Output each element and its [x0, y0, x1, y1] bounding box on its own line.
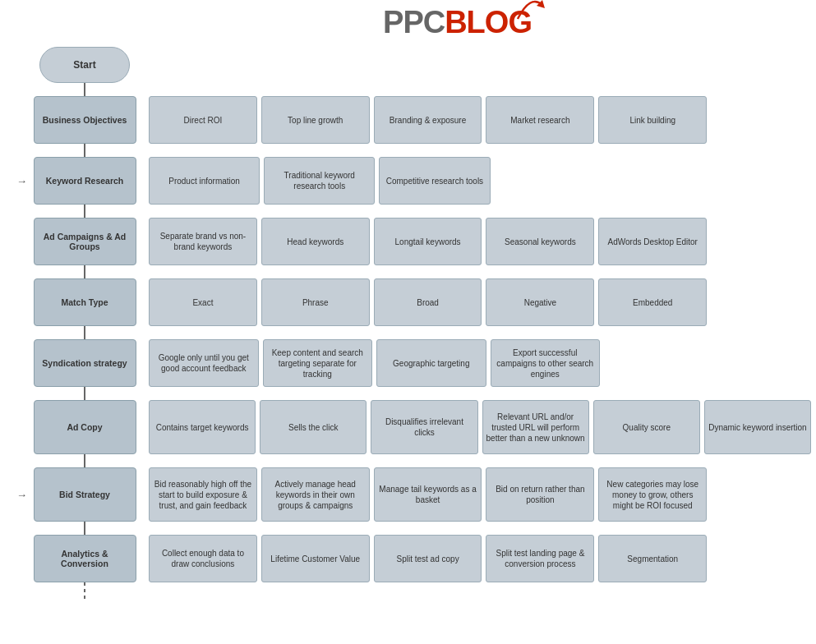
detail-r3-5: AdWords Desktop Editor: [598, 218, 707, 265]
ad-campaigns-box: Ad Campaigns & Ad Groups: [34, 218, 136, 265]
detail-r5-empty1: [604, 339, 706, 387]
detail-r6-4: Relevant URL and/or trusted URL will per…: [482, 400, 589, 454]
syndication-box: Syndication strategy: [34, 339, 136, 387]
detail-row-8: Collect enough data to draw conclusions …: [149, 535, 811, 582]
detail-r6-2: Sells the click: [260, 400, 367, 454]
detail-r4-2: Phrase: [261, 278, 370, 326]
arrow-8: [84, 522, 85, 535]
logo-area: PPCBLOG: [104, 5, 811, 40]
logo-ppc: PPC: [383, 5, 445, 39]
ad-copy-box: Ad Copy: [34, 400, 136, 454]
detail-r2-empty3: [708, 157, 811, 205]
detail-r8-4: Split test landing page & conversion pro…: [486, 535, 594, 582]
detail-r3-3: Longtail keywords: [374, 218, 482, 265]
detail-row-5: Google only until you get good account f…: [149, 339, 811, 387]
bid-side-arrow-icon: →: [16, 490, 27, 500]
detail-r8-5: Segmentation: [598, 535, 707, 582]
detail-row-1: Direct ROI Top line growth Branding & ex…: [149, 96, 811, 144]
detail-r8-1: Collect enough data to draw conclusions: [149, 535, 257, 582]
arrow-5: [84, 326, 85, 339]
detail-r4-1: Exact: [149, 278, 257, 326]
detail-r3-4: Seasonal keywords: [486, 218, 594, 265]
detail-row-3: Separate brand vs non-brand keywords Hea…: [149, 218, 811, 265]
spacer-arrow6: [149, 387, 811, 400]
detail-r5-2: Keep content and search targeting separa…: [263, 339, 373, 387]
detail-r5-4: Export successful campaigns to other sea…: [491, 339, 601, 387]
detail-r3-1: Separate brand vs non-brand keywords: [149, 218, 257, 265]
detail-row-6: Contains target keywords Sells the click…: [149, 400, 811, 454]
page-wrapper: PPCBLOG →: [0, 0, 816, 604]
spacer-arrow4: [149, 265, 811, 278]
detail-r7-5: New categories may lose money to grow, o…: [598, 467, 707, 522]
detail-r8-3: Split test ad copy: [374, 535, 482, 582]
detail-r4-4: Negative: [486, 278, 594, 326]
detail-r1-4: Market research: [486, 96, 594, 144]
arrow-7: [84, 454, 85, 467]
detail-r5-3: Geographic targeting: [376, 339, 486, 387]
detail-r2-3: Competitive research tools: [379, 157, 490, 205]
detail-r4-5: Embedded: [598, 278, 707, 326]
detail-r1-3: Branding & exposure: [374, 96, 482, 144]
detail-row-7: Bid reasonably high off the start to bui…: [149, 467, 811, 522]
detail-r3-2: Head keywords: [261, 218, 370, 265]
detail-r5-1: Google only until you get good account f…: [149, 339, 259, 387]
spacer-start: [149, 47, 811, 83]
main-steps-col: Start Business Objectives Keyword Resear…: [27, 47, 142, 599]
detail-r6-6: Dynamic keyword insertion: [704, 400, 811, 454]
logo-swirl-icon: [514, 0, 546, 23]
arrow-6: [84, 387, 85, 400]
detail-r8-empty: [711, 535, 811, 582]
bid-strategy-box: Bid Strategy: [34, 467, 136, 522]
dashed-arrow: [84, 582, 85, 599]
detail-r2-empty2: [602, 157, 704, 205]
detail-r1-2: Top line growth: [261, 96, 370, 144]
detail-r7-4: Bid on return rather than position: [486, 467, 594, 522]
detail-row-2: Product information Traditional keyword …: [149, 157, 811, 205]
detail-r4-empty: [711, 278, 811, 326]
arrow-3: [84, 205, 85, 218]
spacer-arrow5: [149, 326, 811, 339]
detail-r3-empty: [711, 218, 811, 265]
detail-r7-empty: [711, 467, 811, 522]
detail-r4-3: Broad: [374, 278, 482, 326]
detail-r2-empty1: [495, 157, 597, 205]
detail-r2-1: Product information: [149, 157, 260, 205]
detail-r1-5: Link building: [598, 96, 707, 144]
detail-area: Direct ROI Top line growth Branding & ex…: [149, 47, 811, 599]
analytics-box: Analytics & Conversion: [34, 535, 136, 582]
match-type-box: Match Type: [34, 278, 136, 326]
detail-r7-2: Actively manage head keywords in their o…: [261, 467, 370, 522]
keyword-research-box: Keyword Research: [34, 157, 136, 205]
detail-row-4: Exact Phrase Broad Negative Embedded: [149, 278, 811, 326]
start-node: Start: [39, 47, 130, 83]
detail-r6-1: Contains target keywords: [149, 400, 256, 454]
detail-r6-5: Quality score: [593, 400, 700, 454]
flowchart: → → Start Busi: [5, 47, 811, 599]
detail-r6-3: Disqualifies irrelevant clicks: [371, 400, 477, 454]
arrow-4: [84, 265, 85, 278]
detail-r8-2: Lifetime Customer Value: [261, 535, 370, 582]
detail-r1-1: Direct ROI: [149, 96, 257, 144]
keyword-side-arrow-icon: →: [16, 176, 27, 186]
detail-r7-3: Manage tail keywords as a basket: [374, 467, 482, 522]
spacer-arrow3: [149, 205, 811, 218]
spacer-arrow1: [149, 83, 811, 96]
business-objectives-box: Business Objectives: [34, 96, 136, 144]
spacer-arrow2: [149, 144, 811, 157]
detail-r1-empty: [711, 96, 811, 144]
detail-r5-empty2: [710, 339, 812, 387]
detail-r7-1: Bid reasonably high off the start to bui…: [149, 467, 257, 522]
arrow-2: [84, 144, 85, 157]
detail-r2-2: Traditional keyword research tools: [264, 157, 375, 205]
side-arrows-col: → →: [9, 47, 27, 599]
spacer-arrow7: [149, 454, 811, 467]
spacer-arrow8: [149, 522, 811, 535]
arrow-1: [84, 83, 85, 96]
